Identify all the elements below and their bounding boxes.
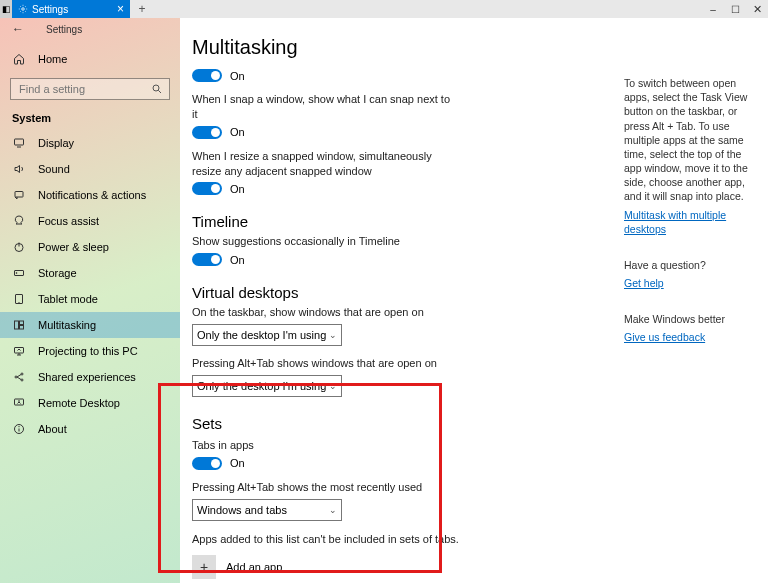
display-icon: [12, 137, 26, 149]
sets-alttab-select[interactable]: Windows and tabs ⌄: [192, 499, 342, 521]
help-feedback-header: Make Windows better: [624, 312, 754, 326]
add-app-button[interactable]: + Add an app: [192, 555, 768, 579]
sidebar-item-display[interactable]: Display: [0, 130, 180, 156]
snap1-text: When I snap a window, show what I can sn…: [192, 92, 452, 122]
chevron-down-icon: ⌄: [329, 505, 337, 515]
about-icon: [12, 423, 26, 435]
sidebar-item-focus[interactable]: Focus assist: [0, 208, 180, 234]
sidebar-item-label: Multitasking: [38, 319, 96, 331]
help-question-header: Have a question?: [624, 258, 754, 272]
sidebar-home-label: Home: [38, 53, 67, 65]
sound-icon: [12, 163, 26, 175]
snap-main-toggle[interactable]: [192, 69, 222, 82]
titlebar: ◧ Settings × + – ☐ ✕: [0, 0, 768, 18]
search-input[interactable]: [17, 82, 137, 96]
svg-point-19: [21, 379, 23, 381]
svg-point-17: [15, 376, 17, 378]
multi-icon: [12, 319, 26, 331]
maximize-button[interactable]: ☐: [724, 0, 746, 18]
close-icon: ✕: [753, 3, 762, 16]
svg-line-2: [158, 90, 161, 93]
tab-prev-icon: ◧: [2, 4, 11, 14]
vd2-select-value: Only the desktop I'm using: [197, 380, 326, 392]
sidebar-item-label: Remote Desktop: [38, 397, 120, 409]
sidebar-item-label: Sound: [38, 163, 70, 175]
timeline-toggle[interactable]: [192, 253, 222, 266]
storage-icon: [12, 267, 26, 279]
snap-main-toggle-label: On: [230, 70, 245, 82]
sidebar-item-label: Shared experiences: [38, 371, 136, 383]
tablet-icon: [12, 293, 26, 305]
sidebar-item-multi[interactable]: Multitasking: [0, 312, 180, 338]
search-icon: [151, 83, 163, 95]
vd1-select-value: Only the desktop I'm using: [197, 329, 326, 341]
help-link-multitask[interactable]: Multitask with multiple desktops: [624, 208, 754, 236]
svg-rect-15: [20, 326, 24, 330]
snap1-toggle[interactable]: [192, 126, 222, 139]
timeline-text: Show suggestions occasionally in Timelin…: [192, 234, 452, 249]
sidebar-item-label: Projecting to this PC: [38, 345, 138, 357]
svg-point-1: [153, 85, 159, 91]
timeline-toggle-label: On: [230, 254, 245, 266]
sidebar-item-label: Storage: [38, 267, 77, 279]
vd1-text: On the taskbar, show windows that are op…: [192, 305, 452, 320]
minimize-icon: –: [710, 4, 716, 15]
tab-settings[interactable]: Settings ×: [12, 0, 130, 18]
add-app-label: Add an app: [226, 561, 282, 573]
tab-close-icon[interactable]: ×: [117, 2, 124, 16]
sets-header: Sets: [192, 415, 768, 432]
sidebar-item-about[interactable]: About: [0, 416, 180, 442]
sidebar-item-label: Tablet mode: [38, 293, 98, 305]
sets-alttab-select-value: Windows and tabs: [197, 504, 287, 516]
sets-tabs-toggle-label: On: [230, 457, 245, 469]
sidebar-item-label: Power & sleep: [38, 241, 109, 253]
svg-rect-13: [15, 321, 19, 329]
sidebar-home[interactable]: Home: [0, 46, 180, 72]
home-icon: [12, 53, 26, 65]
sets-alttab-text: Pressing Alt+Tab shows the most recently…: [192, 480, 452, 495]
sidebar-item-power[interactable]: Power & sleep: [0, 234, 180, 260]
minimize-button[interactable]: –: [702, 0, 724, 18]
snap2-text: When I resize a snapped window, simultan…: [192, 149, 452, 179]
sets-tabs-toggle[interactable]: [192, 457, 222, 470]
help-link-gethelp[interactable]: Get help: [624, 276, 754, 290]
sidebar-item-remote[interactable]: Remote Desktop: [0, 390, 180, 416]
snap2-toggle-label: On: [230, 183, 245, 195]
tab-label: Settings: [32, 4, 68, 15]
new-tab-button[interactable]: +: [130, 0, 154, 18]
vd1-select[interactable]: Only the desktop I'm using ⌄: [192, 324, 342, 346]
vd2-text: Pressing Alt+Tab shows windows that are …: [192, 356, 452, 371]
sidebar-item-sound[interactable]: Sound: [0, 156, 180, 182]
tab-previous[interactable]: ◧: [0, 0, 12, 18]
sidebar-item-label: Display: [38, 137, 74, 149]
sidebar-item-label: Notifications & actions: [38, 189, 146, 201]
sidebar-item-label: Focus assist: [38, 215, 99, 227]
svg-point-10: [16, 273, 17, 274]
sidebar-item-storage[interactable]: Storage: [0, 260, 180, 286]
maximize-icon: ☐: [731, 4, 740, 15]
sets-note: Apps added to this list can't be include…: [192, 533, 768, 545]
sidebar-title: Settings: [46, 24, 82, 35]
window-close-button[interactable]: ✕: [746, 0, 768, 18]
svg-point-0: [22, 8, 25, 11]
svg-point-23: [19, 427, 20, 428]
plus-box-icon: +: [192, 555, 216, 579]
sidebar-item-shared[interactable]: Shared experiences: [0, 364, 180, 390]
snap2-toggle[interactable]: [192, 182, 222, 195]
svg-rect-14: [20, 321, 24, 325]
sidebar-item-notify[interactable]: Notifications & actions: [0, 182, 180, 208]
chevron-down-icon: ⌄: [329, 381, 337, 391]
sidebar-item-project[interactable]: Projecting to this PC: [0, 338, 180, 364]
sidebar-item-label: About: [38, 423, 67, 435]
snap1-toggle-label: On: [230, 126, 245, 138]
search-input-container[interactable]: [10, 78, 170, 100]
help-column: To switch between open apps, select the …: [624, 76, 754, 345]
back-button[interactable]: ←: [10, 22, 26, 36]
vd2-select[interactable]: Only the desktop I'm using ⌄: [192, 375, 342, 397]
plus-icon: +: [138, 2, 145, 16]
help-link-feedback[interactable]: Give us feedback: [624, 330, 754, 344]
sidebar-item-tablet[interactable]: Tablet mode: [0, 286, 180, 312]
sets-tabs-label: Tabs in apps: [192, 438, 452, 453]
svg-rect-6: [15, 192, 23, 198]
svg-marker-5: [15, 166, 20, 173]
